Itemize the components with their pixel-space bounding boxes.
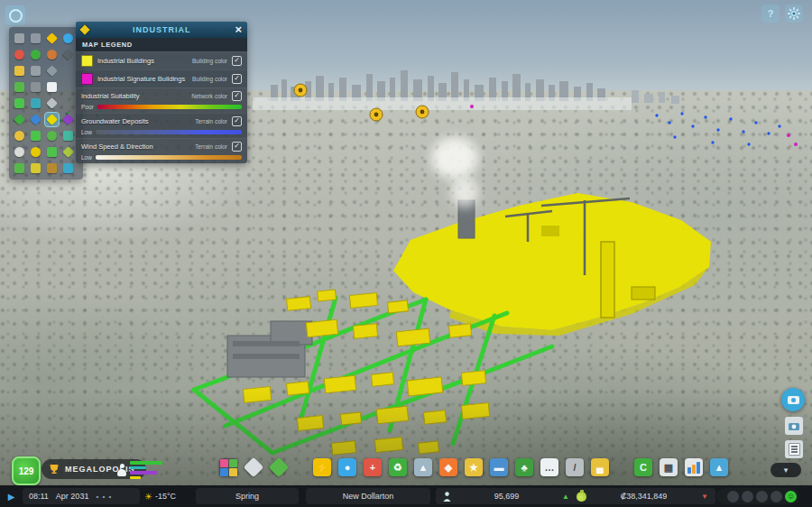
toolbar-collapse-button[interactable]: ▾: [770, 463, 801, 477]
close-icon[interactable]: ×: [235, 25, 242, 34]
roads-tool-button[interactable]: [244, 457, 264, 478]
population-widget[interactable]: 95,699 ▲: [436, 488, 577, 504]
legend-checkbox[interactable]: ✓: [232, 91, 242, 101]
education-infoview-button[interactable]: [29, 97, 42, 110]
landscaping-tool-button[interactable]: [269, 457, 290, 478]
groundwater-icon: [63, 163, 73, 173]
electricity-service-button[interactable]: ⚡: [313, 458, 331, 476]
messages-button[interactable]: [756, 491, 768, 502]
fire-rescue-service-button[interactable]: ◆: [439, 458, 457, 476]
screenshot-button[interactable]: [785, 417, 803, 435]
legend-color-type: Terrain color: [195, 143, 227, 150]
landmarks-infoview-button[interactable]: [29, 64, 42, 78]
chirper-button[interactable]: [742, 491, 753, 502]
temperature-value: -15°C: [155, 492, 176, 501]
police-infoview-button[interactable]: [13, 64, 26, 78]
clock-widget[interactable]: 08:11 Apr 2031 • • •: [23, 488, 140, 504]
economy-panel-button[interactable]: C: [634, 458, 652, 476]
cargo-infoview-button[interactable]: [29, 80, 42, 94]
zoning-tool-button[interactable]: [219, 458, 237, 476]
parks-infoview-button[interactable]: [13, 97, 26, 110]
happiness-button[interactable]: ☺: [785, 491, 797, 502]
natural-resources-infoview-button[interactable]: [61, 48, 75, 61]
forestry-infoview-button[interactable]: [61, 145, 75, 159]
tools-infoview-button[interactable]: [45, 97, 59, 110]
statistics-panel-button[interactable]: [685, 458, 703, 476]
sim-speed-dots[interactable]: • • •: [96, 493, 112, 501]
livestock-infoview-button[interactable]: [45, 161, 59, 175]
xp-level-badge[interactable]: 129: [12, 456, 41, 485]
map-tiles-panel-button[interactable]: ▦: [660, 458, 678, 476]
roads-infoview-button[interactable]: [29, 32, 42, 45]
livestock-icon: [47, 163, 57, 173]
communications-service-button[interactable]: …: [540, 458, 558, 476]
garbage-infoview-button[interactable]: [29, 48, 42, 61]
parks-service-button[interactable]: ♣: [515, 458, 533, 476]
terraforming-tool-button[interactable]: /: [566, 458, 584, 476]
healthcare-service-button[interactable]: +: [364, 458, 382, 476]
notifications-button[interactable]: [727, 491, 739, 502]
groundwater-infoview-button[interactable]: [61, 161, 75, 175]
natural-resources-icon: [62, 49, 74, 60]
terrain-infoview-button[interactable]: [13, 145, 26, 159]
hud-circle-buttons: ☺: [716, 488, 799, 504]
education-service-button[interactable]: ▲: [414, 458, 432, 476]
transportation-infoview-button[interactable]: [13, 80, 26, 94]
air-transport-infoview-button[interactable]: [45, 64, 59, 78]
welfare-infoview-button[interactable]: [29, 145, 42, 159]
demand-bars: [130, 461, 162, 479]
legend-checkbox[interactable]: ✓: [232, 74, 242, 84]
alerts-button[interactable]: [770, 491, 782, 502]
money-widget[interactable]: ₡38,341,849 ▼: [569, 488, 715, 504]
status-bar: ▶ 08:11 Apr 2031 • • • ☀ -15°C Spring Ne…: [0, 485, 812, 507]
electricity-service-icon: ⚡: [316, 462, 328, 474]
land-value-infoview-button[interactable]: [13, 129, 26, 143]
healthcare-infoview-button[interactable]: [13, 48, 26, 61]
fields-infoview-button[interactable]: [29, 161, 42, 175]
infoview-empty-cell: [61, 80, 75, 94]
water-sewage-service-button[interactable]: ●: [338, 458, 356, 476]
infoviews-toggle-button[interactable]: [5, 5, 25, 25]
water-infoview-button[interactable]: [61, 32, 75, 45]
garbage-service-button[interactable]: ♻: [389, 458, 407, 476]
zoning-demand-widget[interactable]: [117, 459, 162, 481]
landmarks-tool-button[interactable]: ▄: [591, 458, 609, 476]
recreation-infoview-button[interactable]: [29, 129, 42, 143]
industrial-zones-infoview-button[interactable]: [45, 113, 59, 126]
photo-mode-button[interactable]: [781, 388, 805, 411]
residential-zones-infoview-button[interactable]: [13, 113, 26, 126]
wind-gradient-bar: [96, 155, 242, 160]
fertile-land-icon: [14, 163, 24, 173]
season-widget: Spring: [196, 488, 299, 504]
electricity-infoview-button[interactable]: [45, 32, 59, 45]
zoning-icon: [220, 459, 237, 476]
pollution-infoview-button[interactable]: [45, 48, 59, 61]
fields-icon: [31, 163, 41, 173]
vegetation-infoview-button[interactable]: [45, 129, 59, 143]
legend-row: Industrial SuitabilityNetwork color✓Poor: [76, 88, 247, 113]
farming-infoview-button[interactable]: [45, 145, 59, 159]
commercial-zones-icon: [30, 114, 42, 125]
fertile-land-infoview-button[interactable]: [13, 161, 26, 175]
temperature-widget: ☀ -15°C: [144, 488, 176, 504]
happiness-infoview-button[interactable]: [61, 129, 75, 143]
main-toolbar: ⚡●+♻▲◆★▬♣…/▄C▦▲: [219, 458, 728, 476]
police-service-button[interactable]: ★: [465, 458, 483, 476]
legend-checkbox[interactable]: ✓: [232, 116, 242, 126]
game-screen: ? INDUSTRIAL × MAP: [0, 0, 812, 507]
legend-checkbox[interactable]: ✓: [232, 56, 242, 66]
infoviews-icon: [9, 9, 23, 23]
office-zones-infoview-button[interactable]: [61, 113, 75, 126]
play-pause-button[interactable]: ▶: [4, 489, 19, 503]
settings-button[interactable]: [785, 5, 803, 23]
demand-bar: [130, 461, 162, 465]
commercial-zones-infoview-button[interactable]: [29, 113, 42, 126]
progression-panel-button[interactable]: ▲: [710, 458, 728, 476]
transportation-service-button[interactable]: ▬: [490, 458, 508, 476]
city-name-widget[interactable]: New Dollarton: [306, 488, 430, 504]
communications-infoview-button[interactable]: [45, 80, 59, 94]
help-button[interactable]: ?: [761, 5, 780, 23]
legend-checkbox[interactable]: ✓: [232, 142, 242, 152]
traffic-infoview-button[interactable]: [13, 32, 26, 45]
forestry-icon: [62, 146, 74, 158]
